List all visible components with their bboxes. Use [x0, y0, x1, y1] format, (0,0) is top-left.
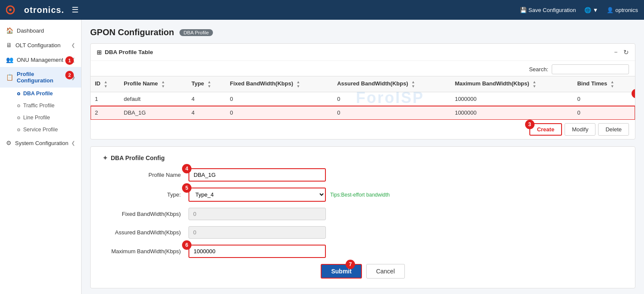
sort-fixed-icon: ▲▼ — [296, 80, 300, 88]
dba-profile-table: ID ▲▼ Profile Name ▲▼ Type ▲▼ Fixed Band… — [91, 76, 635, 120]
table-action-row: 3Create Modify Delete — [91, 120, 635, 139]
table-wrapper: ForoISP ID ▲▼ Profile Name ▲▼ Type ▲▼ Fi… — [91, 76, 635, 120]
profile-submenu: DBA Profile Traffic Profile Line Profile… — [0, 88, 81, 136]
sidebar-item-dashboard[interactable]: 🏠 Dashboard — [0, 23, 81, 38]
cancel-button[interactable]: Cancel — [366, 264, 405, 279]
dba-form-card: ✦ DBA Profile Config 4 Profile Name 5 Ty… — [90, 146, 635, 288]
form-section-title: ✦ DBA Profile Config — [103, 155, 623, 161]
step5-badge: 5 — [182, 183, 191, 193]
profile-badge: 2 — [65, 71, 74, 79]
settings-icon: ✦ — [103, 155, 108, 161]
topnav-right: 💾 Save Configuration 🌐 ▼ 👤 optronics — [520, 7, 638, 13]
table-card-header: ⊞ DBA Profile Table － ↻ — [91, 44, 635, 61]
submit-button[interactable]: Submit — [321, 264, 361, 279]
table-header-left: ⊞ DBA Profile Table — [97, 49, 153, 56]
search-input[interactable] — [552, 64, 629, 74]
sort-name-icon: ▲▼ — [161, 80, 165, 88]
table-body: 1default4001000000082DBA_1G40010000000 — [91, 92, 635, 120]
form-actions: 7 Submit Cancel — [103, 264, 623, 279]
assured-bw-input — [188, 226, 326, 239]
sidebar-item-system-config[interactable]: ⚙ System Configuration ❮ — [0, 136, 81, 150]
col-fixed-bw: Fixed BandWidth(Kbps) ▲▼ — [226, 76, 333, 92]
svg-point-1 — [9, 9, 12, 11]
max-bw-label: Maximum BandWidth(Kbps) — [103, 248, 188, 255]
sort-max-icon: ▲▼ — [532, 80, 536, 88]
sidebar-item-profile-config[interactable]: 📋 Profile Configuration ❯ 2 — [0, 67, 81, 88]
sidebar-item-onu-mgmt[interactable]: 👥 ONU Management ❮ 1 — [0, 52, 81, 67]
type-label: Type: — [103, 191, 188, 198]
olt-chevron-icon: ❮ — [71, 42, 75, 48]
onu-icon: 👥 — [6, 56, 13, 63]
sidebar-subitem-dba-profile[interactable]: DBA Profile — [13, 88, 81, 100]
create-button[interactable]: 3Create — [529, 123, 562, 136]
dashboard-icon: 🏠 — [6, 27, 13, 34]
save-config-button[interactable]: 💾 Save Configuration — [520, 7, 576, 13]
minimize-button[interactable]: － — [613, 48, 619, 56]
sidebar: 🏠 Dashboard 🖥 OLT Configuration ❮ 👥 ONU … — [0, 20, 82, 294]
step7-badge: 7 — [346, 260, 355, 269]
sort-id-icon: ▲▼ — [104, 80, 108, 88]
sort-bind-icon: ▲▼ — [611, 80, 614, 88]
type-tip: Tips:Best-effort bandwidth — [330, 192, 390, 198]
content-area: GPON Configuration DBA Profile ⊞ DBA Pro… — [82, 20, 644, 294]
col-max-bw: Maximum BandWidth(Kbps) ▲▼ — [450, 76, 573, 92]
dba-dot-icon — [17, 92, 20, 95]
table-header-row: ID ▲▼ Profile Name ▲▼ Type ▲▼ Fixed Band… — [91, 76, 635, 92]
sidebar-subitem-service-profile[interactable]: Service Profile — [13, 124, 81, 136]
max-bw-input[interactable] — [188, 245, 326, 258]
table-header-right: － ↻ — [613, 48, 629, 56]
sidebar-item-olt-config[interactable]: 🖥 OLT Configuration ❮ — [0, 38, 81, 52]
table-row[interactable]: 1default400100000008 — [91, 92, 635, 106]
assured-bw-row: Assured BandWidth(Kbps) — [103, 226, 623, 239]
sort-type-icon: ▲▼ — [207, 80, 211, 88]
type-select[interactable]: Type_1Type_2Type_3Type_4Type_5 — [188, 188, 326, 202]
olt-icon: 🖥 — [6, 42, 12, 48]
breadcrumb: DBA Profile — [179, 29, 213, 36]
sort-assured-icon: ▲▼ — [411, 80, 415, 88]
fixed-bw-row: Fixed BandWidth(Kbps) — [103, 208, 623, 220]
page-header: GPON Configuration DBA Profile — [90, 27, 635, 37]
user-icon: 👤 — [607, 7, 614, 13]
page-title: GPON Configuration — [90, 27, 174, 37]
fixed-bw-label: Fixed BandWidth(Kbps) — [103, 211, 188, 217]
user-menu-button[interactable]: 👤 optronics — [607, 7, 638, 13]
col-assured-bw: Assured BandWidth(Kbps) ▲▼ — [333, 76, 450, 92]
fixed-bw-input — [188, 208, 326, 220]
search-label: Search: — [529, 66, 548, 73]
table-section-title: DBA Profile Table — [105, 49, 153, 55]
col-profile-name: Profile Name ▲▼ — [119, 76, 187, 92]
sidebar-subitem-line-profile[interactable]: Line Profile — [13, 112, 81, 124]
table-row[interactable]: 2DBA_1G40010000000 — [91, 106, 635, 120]
step6-badge: 6 — [182, 240, 191, 250]
profile-name-row: 4 Profile Name — [103, 168, 623, 182]
system-icon: ⚙ — [6, 139, 12, 146]
col-type: Type ▲▼ — [187, 76, 226, 92]
table-icon: ⊞ — [97, 49, 102, 56]
assured-bw-label: Assured BandWidth(Kbps) — [103, 229, 188, 236]
save-icon: 💾 — [520, 7, 527, 13]
hamburger-button[interactable]: ☰ — [72, 5, 79, 15]
profile-name-input[interactable] — [188, 168, 326, 182]
language-button[interactable]: 🌐 ▼ — [584, 7, 598, 13]
max-bw-row: 6 Maximum BandWidth(Kbps) — [103, 245, 623, 258]
col-bind-times: Bind Times ▲▼ — [573, 76, 635, 92]
globe-icon: 🌐 — [584, 7, 591, 13]
type-row: 5 Type: Type_1Type_2Type_3Type_4Type_5 T… — [103, 188, 623, 202]
traffic-dot-icon — [17, 104, 20, 107]
service-dot-icon — [17, 128, 20, 131]
logo: otronics. — [6, 3, 64, 17]
line-dot-icon — [17, 116, 20, 119]
top-navbar: otronics. ☰ 💾 Save Configuration 🌐 ▼ 👤 o… — [0, 0, 644, 20]
step4-badge: 4 — [182, 164, 191, 173]
search-row: Search: — [91, 61, 635, 76]
sidebar-subitem-traffic-profile[interactable]: Traffic Profile — [13, 100, 81, 112]
step3-badge: 3 — [525, 120, 535, 129]
system-chevron-icon: ❮ — [71, 140, 75, 146]
logo-text: otronics. — [24, 5, 64, 15]
profile-name-label: Profile Name — [103, 172, 188, 178]
delete-button[interactable]: Delete — [598, 123, 629, 136]
logo-icon — [6, 3, 22, 17]
col-id: ID ▲▼ — [91, 76, 119, 92]
modify-button[interactable]: Modify — [565, 123, 595, 136]
refresh-button[interactable]: ↻ — [623, 48, 629, 56]
